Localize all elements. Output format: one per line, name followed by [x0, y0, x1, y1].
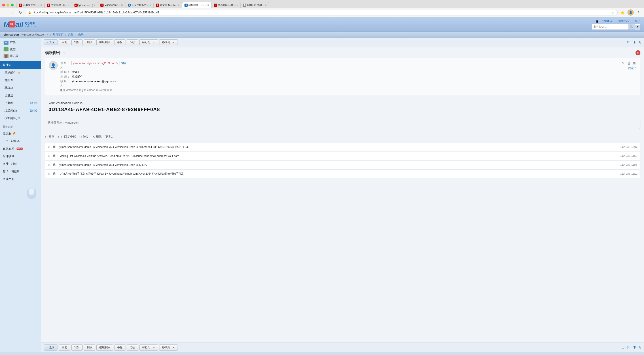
bottom-back-button[interactable]: « 返回	[44, 344, 58, 350]
hide-details-btn[interactable]: 隐藏 ∧	[628, 66, 636, 70]
back-button[interactable]: ‹	[2, 10, 8, 16]
report-button[interactable]: 举报	[114, 39, 126, 46]
search-input[interactable]	[592, 24, 628, 29]
tab-close-icon[interactable]: ×	[207, 4, 209, 7]
tab-csdn-1[interactable]: C CSDN-专业IT... ×	[16, 2, 44, 8]
tab-write-article[interactable]: C 写文章-CSDN... ×	[154, 2, 182, 8]
sidebar-item-drafts[interactable]: 草稿箱	[0, 84, 41, 92]
delete-button[interactable]: 删除	[84, 39, 95, 46]
tab-163-mail[interactable]: N 网易邮箱6.0版... ×	[211, 2, 240, 8]
compose-button[interactable]: ✏ 写信	[2, 39, 39, 46]
sidebar-item-sent[interactable]: 已发送	[0, 92, 41, 99]
search-button[interactable]: 🔍	[628, 24, 635, 30]
menu-button[interactable]: ⋮	[636, 10, 642, 16]
settings-link[interactable]: 设置	[68, 33, 73, 36]
tab-close-icon[interactable]: ×	[121, 4, 123, 7]
clear-deleted-link[interactable]: 【清空】	[28, 102, 38, 105]
minimize-window-btn[interactable]	[6, 4, 10, 6]
close-window-btn[interactable]	[2, 4, 5, 6]
prev-email-link[interactable]: 上一封	[622, 40, 630, 44]
mark-as-button[interactable]: 标记为... ▼	[139, 39, 158, 46]
related-email-item-2[interactable]: ✉ 我 Mailing List Wikimedia Visit the Arc…	[45, 152, 640, 160]
receive-mail-button[interactable]: ↓ 收信	[2, 46, 39, 53]
tab-qq-mail-active[interactable]: Q 模板邮件 - QQ... ×	[182, 2, 211, 8]
tab-close-icon[interactable]: ×	[40, 4, 42, 7]
reply-action-btn[interactable]: ↩ 回复	[45, 135, 54, 139]
tab-close-icon[interactable]: ×	[178, 4, 180, 7]
bottom-delete-button[interactable]: 删除	[84, 344, 95, 350]
forward-action-btn[interactable]: ↪ 转发	[80, 135, 89, 139]
tab-close-icon[interactable]: ×	[265, 4, 266, 7]
search-dropdown-btn[interactable]: ▼	[635, 25, 640, 29]
user-display-name: yim·carson	[4, 33, 19, 36]
related-email-item-4[interactable]: ✉ 我 IJPay让支付触手可及 欢迎使用 IJPay By Javen htt…	[45, 170, 640, 178]
sidebar-item-group[interactable]: 群邮件	[0, 76, 41, 84]
forward-button[interactable]: 转发	[71, 39, 82, 46]
move-to-button[interactable]: 移动到... ▼	[159, 39, 178, 46]
sidebar-item-reader[interactable]: 阅读空间	[0, 175, 41, 183]
sender-name-link[interactable]: yimcarson <yimcarson@163.com>	[72, 61, 120, 65]
tab-close-icon[interactable]: ×	[149, 4, 151, 7]
reply-button[interactable]: 回复	[59, 39, 70, 46]
tab-markdown[interactable]: C Markdown语... ×	[98, 2, 125, 8]
tab-close-icon[interactable]: ×	[68, 4, 70, 7]
quick-reply-textarea[interactable]	[45, 119, 640, 129]
bottom-move-to-button[interactable]: 移动到... ▼	[159, 344, 178, 350]
sidebar-item-attachment[interactable]: 附件收藏	[0, 152, 41, 160]
sidebar-item-calendar[interactable]: 日历 | 记事本	[0, 137, 41, 145]
back-button[interactable]: « 返回	[44, 39, 58, 46]
print-icon[interactable]: 🖨	[626, 61, 631, 66]
related-email-item-1[interactable]: ✉ 我 yimcarson Welcome demo By yimcarson …	[45, 143, 640, 151]
sidebar-item-deleted[interactable]: 已删除 【清空】	[0, 99, 41, 107]
next-email-link[interactable]: 下一封	[633, 40, 641, 44]
tab-close-icon[interactable]: ×	[94, 4, 96, 7]
bottom-delete-perm-button[interactable]: 彻底删除	[96, 344, 113, 350]
mailbox-home-link[interactable]: 邮箱首页	[53, 33, 64, 36]
bottom-report-button[interactable]: 举报	[114, 344, 126, 350]
tab-close-icon[interactable]: ×	[236, 4, 238, 7]
extensions-button[interactable]: ⭐	[620, 10, 626, 16]
help-link[interactable]: 帮助中心	[618, 19, 629, 23]
delete-perm-button[interactable]: 彻底删除	[96, 39, 113, 46]
maximize-window-btn[interactable]	[11, 4, 14, 6]
feedback-link[interactable]: 反馈建议	[602, 19, 612, 23]
switch-skin-link[interactable]: 换肤	[78, 33, 84, 36]
refresh-button[interactable]: ↻	[18, 10, 23, 16]
delete-action-btn[interactable]: ✕ 删除	[92, 135, 102, 139]
tab-security[interactable]: G 安全性较低的... ×	[125, 2, 154, 8]
sidebar-item-greeting-postcard[interactable]: 贺卡 | 明信片	[0, 168, 41, 175]
logout-link[interactable]: 退出	[635, 19, 640, 23]
bottom-forward-button[interactable]: 转发	[71, 344, 82, 350]
tab-article-mgmt[interactable]: C 文章管理-CS... ×	[44, 2, 72, 8]
copy-icon[interactable]: ⧉	[620, 61, 625, 66]
tab-yimcarson[interactable]: C [yimcarson...] ×	[72, 2, 98, 8]
sidebar-item-inbox[interactable]: 收件箱	[0, 61, 41, 69]
bottom-reply-button[interactable]: 回复	[59, 344, 70, 350]
add-contacts-btn[interactable]: 加收	[121, 62, 126, 65]
bottom-reject-button[interactable]: 拒收	[127, 344, 138, 350]
bottom-prev-email-link[interactable]: 上一封	[622, 346, 630, 350]
contacts-button[interactable]: 👤 通讯录	[2, 53, 39, 60]
star-button[interactable]: ☆	[63, 51, 66, 55]
more-action-btn[interactable]: 更多...	[105, 135, 114, 139]
new-tab-button[interactable]: +	[269, 2, 274, 8]
forward-button[interactable]: ›	[10, 10, 16, 16]
sidebar-item-subscription[interactable]: QQ邮件订阅	[0, 114, 41, 122]
reject-button[interactable]: 拒收	[127, 39, 138, 46]
bookmark-icon[interactable]: ☆	[612, 11, 615, 14]
sidebar-item-file-transfer[interactable]: 文件中转站	[0, 160, 41, 168]
expand-icon[interactable]: ⊞	[632, 61, 636, 66]
address-bar[interactable]: 🔒 https://mail.qq.com/cgi-bin/frame_html…	[25, 10, 618, 16]
related-email-item-3[interactable]: ✉ 我 yimcarson Welcome demo By yimcarson …	[45, 160, 640, 169]
clear-spam-link[interactable]: 【清空】	[28, 109, 38, 112]
sidebar-item-drift-bottle[interactable]: 漂流瓶 🔥	[0, 130, 41, 137]
sidebar-item-online-doc[interactable]: 在线文档 NEW	[0, 145, 41, 152]
bottom-mark-as-button[interactable]: 标记为... ▼	[139, 344, 158, 350]
search-bar[interactable]: 🔍 ▼	[592, 24, 640, 30]
sidebar-item-starred[interactable]: 星标邮件 ★	[0, 69, 41, 76]
reply-all-action-btn[interactable]: ↩↩ 回复全部	[58, 135, 76, 139]
sidebar-item-spam[interactable]: 垃圾箱(3) 【清空】	[0, 107, 41, 114]
bottom-next-email-link[interactable]: 下一封	[633, 346, 641, 350]
profile-button[interactable]: 👤	[628, 10, 634, 16]
tab-doc[interactable]: 📄 20181210101... ×	[240, 2, 269, 8]
